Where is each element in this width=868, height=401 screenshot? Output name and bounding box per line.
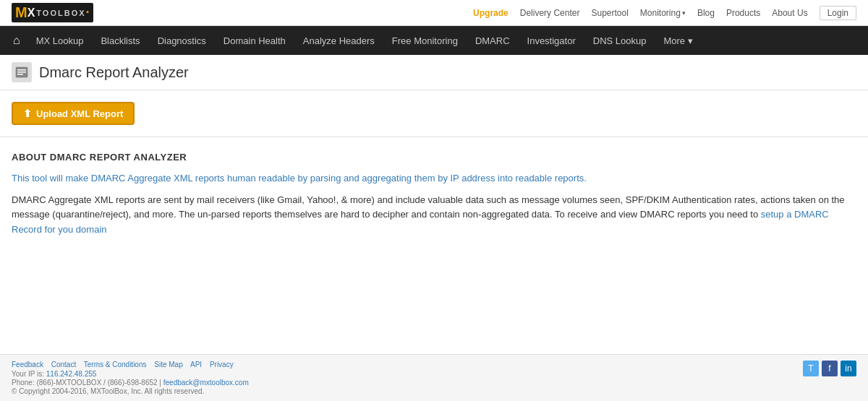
nav-blacklists[interactable]: Blacklists <box>92 26 148 55</box>
page-title: Dmarc Report Analyzer <box>39 64 189 81</box>
nav-dmarc[interactable]: DMARC <box>467 26 519 55</box>
page-content: Dmarc Report Analyzer ⬆ Upload XML Repor… <box>0 55 868 252</box>
products-link[interactable]: Products <box>726 8 760 18</box>
logo[interactable]: M X TOOLBOX · <box>12 3 93 22</box>
login-button[interactable]: Login <box>820 6 856 20</box>
home-icon[interactable]: ⌂ <box>6 34 27 47</box>
svg-rect-1 <box>17 69 26 71</box>
nav-diagnostics[interactable]: Diagnostics <box>149 26 215 55</box>
about-desc-text-1: DMARC Aggregate XML reports are sent by … <box>12 194 845 220</box>
logo-toolbox: TOOLBOX <box>36 9 85 17</box>
supertool-link[interactable]: Supertool <box>591 8 628 18</box>
nav-dns-lookup[interactable]: DNS Lookup <box>584 26 655 55</box>
svg-rect-3 <box>17 74 23 75</box>
main-nav: ⌂ MX Lookup Blacklists Diagnostics Domai… <box>0 26 868 55</box>
nav-more-caret-icon: ▾ <box>688 35 693 46</box>
logo-m: M <box>15 4 27 21</box>
nav-investigator[interactable]: Investigator <box>519 26 584 55</box>
upload-area: ⬆ Upload XML Report <box>0 90 868 137</box>
nav-free-monitoring[interactable]: Free Monitoring <box>383 26 467 55</box>
page-title-bar: Dmarc Report Analyzer <box>0 55 868 90</box>
about-section: ABOUT DMARC REPORT ANALYZER This tool wi… <box>0 137 868 252</box>
nav-mx-lookup[interactable]: MX Lookup <box>27 26 93 55</box>
upload-button-label: Upload XML Report <box>36 108 123 119</box>
dmarc-icon <box>12 62 32 82</box>
monitoring-dropdown[interactable]: Monitoring ▾ <box>640 8 686 18</box>
about-description: DMARC Aggregate XML reports are sent by … <box>12 193 856 238</box>
dmarc-icon-svg <box>15 66 28 79</box>
delivery-center-link[interactable]: Delivery Center <box>520 8 580 18</box>
svg-rect-2 <box>17 72 26 73</box>
monitoring-link[interactable]: Monitoring <box>640 8 681 18</box>
nav-more-label: More <box>663 35 685 46</box>
top-bar: M X TOOLBOX · Upgrade Delivery Center Su… <box>0 0 868 26</box>
about-us-link[interactable]: About Us <box>772 8 807 18</box>
nav-domain-health[interactable]: Domain Health <box>215 26 294 55</box>
upgrade-link[interactable]: Upgrade <box>473 8 509 18</box>
nav-analyze-headers[interactable]: Analyze Headers <box>294 26 383 55</box>
about-title: ABOUT DMARC REPORT ANALYZER <box>12 152 856 163</box>
blog-link[interactable]: Blog <box>697 8 715 18</box>
nav-more-dropdown[interactable]: More ▾ <box>655 26 702 55</box>
logo-x: X <box>27 7 35 20</box>
upload-xml-button[interactable]: ⬆ Upload XML Report <box>12 102 135 125</box>
about-intro-text: This tool will make DMARC Aggregate XML … <box>12 171 856 186</box>
top-nav: Upgrade Delivery Center Supertool Monito… <box>473 6 856 20</box>
logo-dot: · <box>86 5 90 20</box>
monitoring-caret-icon: ▾ <box>682 9 686 17</box>
upload-icon: ⬆ <box>23 108 32 119</box>
